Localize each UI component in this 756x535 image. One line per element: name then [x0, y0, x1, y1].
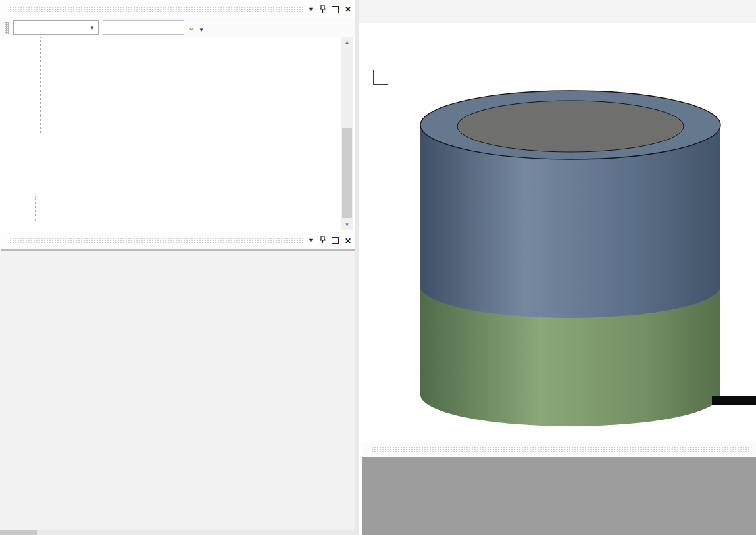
scroll-up-icon[interactable]: ▲ [341, 37, 353, 48]
cylinder-body [420, 91, 720, 426]
messages-panel-header [362, 442, 756, 457]
outline-panel: ▼ ✕ ▼ ⌄ ▼ ▲ ▼ [0, 0, 355, 232]
search-outline-input[interactable] [103, 20, 184, 35]
outline-menu-dropdown-icon[interactable]: ▼ [308, 7, 314, 13]
panel-drag-texture[interactable] [371, 447, 750, 453]
scrollbar-thumb[interactable] [342, 128, 352, 218]
viewport-legend [373, 70, 394, 85]
details-close-icon[interactable]: ✕ [345, 237, 351, 245]
outline-tree: ▲ ▼ [0, 37, 355, 230]
3d-viewport[interactable] [359, 23, 756, 442]
details-table [1, 249, 355, 251]
legend-color-swatch [373, 70, 388, 85]
scale-ruler-bar [712, 396, 756, 405]
panel-drag-texture[interactable] [9, 7, 303, 13]
search-options-dropdown-icon[interactable]: ▼ [199, 27, 204, 33]
outline-panel-header: ▼ ✕ [0, 0, 355, 18]
details-panel: ▼ ✕ [0, 232, 355, 530]
graphics-toolbar [359, 0, 756, 23]
tree-scrollbar[interactable]: ▲ ▼ [341, 37, 353, 230]
bottom-tab[interactable] [0, 530, 37, 535]
ansys-mechanical-window: ▼ ✕ ▼ ⌄ ▼ ▲ ▼ [0, 0, 756, 535]
mesh-model [359, 23, 756, 442]
toolbar-grip[interactable] [5, 22, 9, 34]
outline-maximize-icon[interactable] [332, 6, 339, 13]
scroll-down-icon[interactable]: ▼ [341, 219, 353, 230]
details-panel-header: ▼ ✕ [0, 232, 355, 249]
details-pin-icon[interactable] [320, 236, 326, 245]
tree-guide-line [40, 37, 41, 134]
bottom-tab-strip [0, 530, 355, 535]
tree-guide-line [18, 136, 18, 195]
panel-drag-texture[interactable] [9, 238, 303, 243]
graphics-area [355, 0, 756, 535]
details-menu-dropdown-icon[interactable]: ▼ [308, 238, 314, 243]
name-filter-dropdown[interactable]: ▼ [13, 20, 99, 35]
search-expand-chevron-icon[interactable]: ⌄ [188, 23, 195, 32]
chevron-down-icon: ▼ [89, 25, 95, 31]
outline-pin-icon[interactable] [320, 5, 326, 14]
messages-panel [362, 442, 756, 535]
outline-toolbar: ▼ ⌄ ▼ [0, 18, 355, 37]
outline-close-icon[interactable]: ✕ [345, 5, 351, 13]
tree-guide-line [35, 196, 36, 221]
details-maximize-icon[interactable] [332, 237, 339, 244]
